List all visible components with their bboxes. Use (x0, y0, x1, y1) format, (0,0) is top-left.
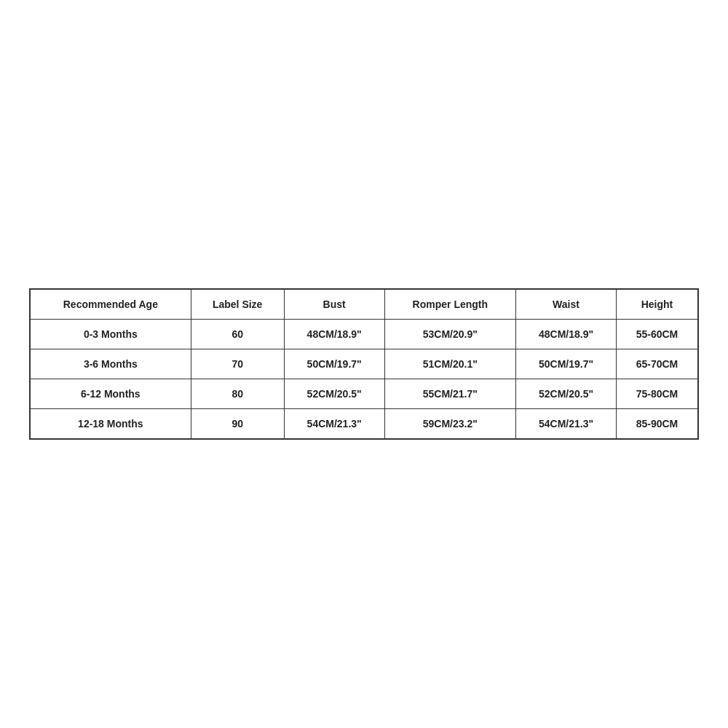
col-header-bust: Bust (284, 289, 384, 320)
cell-age: 3-6 Months (30, 349, 191, 379)
table-row: 12-18 Months9054CM/21.3"59CM/23.2"54CM/2… (30, 409, 698, 440)
table-header-row: Recommended Age Label Size Bust Romper L… (30, 289, 698, 320)
cell-label-size: 60 (191, 320, 284, 349)
cell-romper-length: 59CM/23.2" (384, 409, 515, 440)
cell-waist: 50CM/19.7" (516, 349, 617, 379)
cell-label-size: 80 (191, 379, 284, 409)
cell-age: 6-12 Months (30, 379, 191, 409)
cell-waist: 48CM/18.9" (516, 320, 617, 349)
cell-waist: 54CM/21.3" (516, 409, 617, 440)
cell-bust: 52CM/20.5" (284, 379, 384, 409)
cell-height: 85-90CM (617, 409, 699, 440)
cell-label-size: 70 (191, 349, 284, 379)
cell-bust: 48CM/18.9" (284, 320, 384, 349)
col-header-height: Height (617, 289, 699, 320)
cell-romper-length: 51CM/20.1" (384, 349, 515, 379)
cell-height: 65-70CM (617, 349, 699, 379)
col-header-label-size: Label Size (191, 289, 284, 320)
table-row: 6-12 Months8052CM/20.5"55CM/21.7"52CM/20… (30, 379, 698, 409)
cell-age: 12-18 Months (30, 409, 191, 440)
cell-label-size: 90 (191, 409, 284, 440)
table-row: 0-3 Months6048CM/18.9"53CM/20.9"48CM/18.… (30, 320, 698, 349)
cell-height: 75-80CM (617, 379, 699, 409)
col-header-waist: Waist (516, 289, 617, 320)
cell-bust: 50CM/19.7" (284, 349, 384, 379)
size-chart-table: Recommended Age Label Size Bust Romper L… (29, 288, 699, 440)
col-header-romper-length: Romper Length (384, 289, 515, 320)
cell-age: 0-3 Months (30, 320, 191, 349)
cell-height: 55-60CM (617, 320, 699, 349)
cell-romper-length: 55CM/21.7" (384, 379, 515, 409)
table-row: 3-6 Months7050CM/19.7"51CM/20.1"50CM/19.… (30, 349, 698, 379)
cell-waist: 52CM/20.5" (516, 379, 617, 409)
col-header-age: Recommended Age (30, 289, 191, 320)
size-chart-container: Recommended Age Label Size Bust Romper L… (29, 288, 699, 440)
cell-bust: 54CM/21.3" (284, 409, 384, 440)
cell-romper-length: 53CM/20.9" (384, 320, 515, 349)
